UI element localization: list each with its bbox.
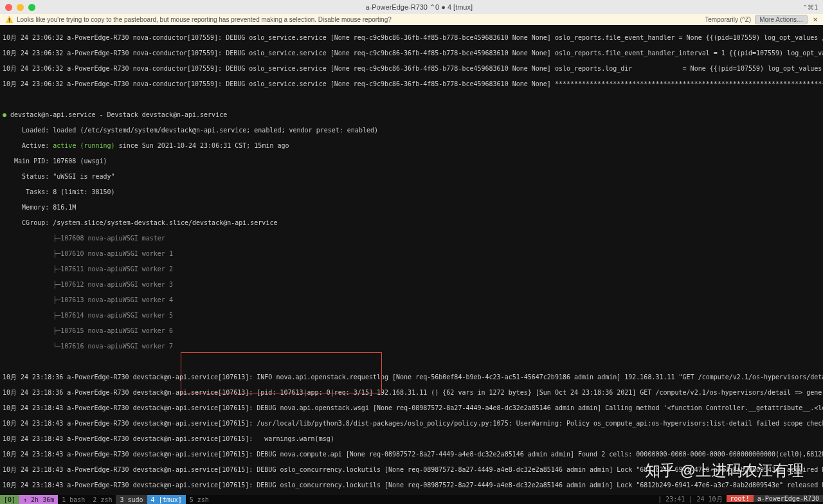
- log-line: 10月 24 23:18:43 a-PowerEdge-R730 devstac…: [3, 451, 820, 458]
- service-loaded: Loaded: loaded (/etc/systemd/system/devs…: [3, 127, 820, 134]
- log-line: 10月 24 23:18:43 a-PowerEdge-R730 devstac…: [3, 466, 820, 474]
- warning-icon: ⚠️: [5, 16, 13, 23]
- close-window-button[interactable]: [5, 4, 12, 11]
- tmux-clock: | 23:41 | 24 10月: [654, 495, 726, 504]
- process-tree-line: ├─107610 nova-apiuWSGI worker 1: [3, 250, 820, 258]
- process-tree-line: ├─107615 nova-apiuWSGI worker 6: [3, 327, 820, 335]
- process-tree-line: ├─107613 nova-apiuWSGI worker 4: [3, 296, 820, 304]
- tmux-status-bar: [0] ↑ 2h 36m 1 bash 2 zsh 3 sudo 4 [tmux…: [0, 495, 823, 504]
- service-header: devstack@n-api.service - Devstack devsta…: [10, 111, 227, 118]
- tmux-window[interactable]: 3 sudo: [116, 495, 147, 504]
- tmux-user: root!: [727, 495, 754, 502]
- status-dot-icon: ●: [3, 111, 10, 118]
- traffic-lights: [5, 4, 35, 11]
- service-active-running: active (running): [53, 142, 114, 149]
- close-banner-button[interactable]: ✕: [813, 16, 818, 23]
- log-line: 10月 24 23:18:36 a-PowerEdge-R730 devstac…: [3, 374, 820, 381]
- process-tree-line: ├─107611 nova-apiuWSGI worker 2: [3, 266, 820, 273]
- log-line: 10月 24 23:06:32 a-PowerEdge-R730 nova-co…: [3, 34, 820, 42]
- log-line: 10月 24 23:18:43 a-PowerEdge-R730 devstac…: [3, 420, 820, 428]
- tmux-session-indicator[interactable]: [0]: [0, 495, 19, 504]
- window-shortcut-label: ⌃⌘1: [802, 4, 818, 11]
- minimize-window-button[interactable]: [17, 4, 24, 11]
- process-tree-line: └─107616 nova-apiuWSGI worker 7: [3, 343, 820, 350]
- warning-banner: ⚠️ Looks like you're trying to copy to t…: [0, 14, 823, 25]
- temporarily-link[interactable]: Temporarily (^Z): [705, 16, 751, 23]
- maximize-window-button[interactable]: [28, 4, 35, 11]
- terminal-output[interactable]: 10月 24 23:06:32 a-PowerEdge-R730 nova-co…: [0, 25, 823, 495]
- more-actions-button[interactable]: More Actions…: [755, 15, 808, 24]
- log-line: 10月 24 23:18:43 a-PowerEdge-R730 devstac…: [3, 435, 820, 443]
- log-line: 10月 24 23:18:43 a-PowerEdge-R730 devstac…: [3, 404, 820, 412]
- service-cgroup: CGroup: /system.slice/system-devstack.sl…: [3, 219, 820, 227]
- service-mainpid: Main PID: 107608 (uwsgi): [3, 158, 820, 165]
- tmux-window[interactable]: 1 bash: [58, 495, 89, 504]
- log-line: 10月 24 23:06:32 a-PowerEdge-R730 nova-co…: [3, 50, 820, 57]
- log-line: 10月 24 23:06:32 a-PowerEdge-R730 nova-co…: [3, 65, 820, 73]
- warning-text: Looks like you're trying to copy to the …: [17, 16, 392, 23]
- service-tasks: Tasks: 8 (limit: 38150): [3, 188, 820, 196]
- service-memory: Memory: 816.1M: [3, 204, 820, 212]
- tmux-window-active[interactable]: 4 [tmux]: [147, 495, 186, 504]
- process-tree-line: ├─107612 nova-apiuWSGI worker 3: [3, 281, 820, 289]
- tmux-uptime: ↑ 2h 36m: [19, 495, 58, 504]
- log-line: 10月 24 23:18:36 a-PowerEdge-R730 devstac…: [3, 389, 820, 397]
- tmux-window[interactable]: 2 zsh: [89, 495, 116, 504]
- log-line: 10月 24 23:06:32 a-PowerEdge-R730 nova-co…: [3, 80, 820, 88]
- process-tree-line: ├─107608 nova-apiuWSGI master: [3, 235, 820, 242]
- process-tree-line: ├─107614 nova-apiuWSGI worker 5: [3, 312, 820, 320]
- log-line: 10月 24 23:18:43 a-PowerEdge-R730 devstac…: [3, 482, 820, 489]
- tmux-window[interactable]: 5 zsh: [186, 495, 213, 504]
- window-title: a-PowerEdge-R730 ⌃0 ● 4 [tmux]: [35, 3, 802, 12]
- error-highlight-box: [181, 352, 382, 393]
- tmux-host: a-PowerEdge-R730: [754, 495, 823, 502]
- service-status: Status: "uWSGI is ready": [3, 173, 820, 181]
- macos-titlebar: a-PowerEdge-R730 ⌃0 ● 4 [tmux] ⌃⌘1: [0, 0, 823, 14]
